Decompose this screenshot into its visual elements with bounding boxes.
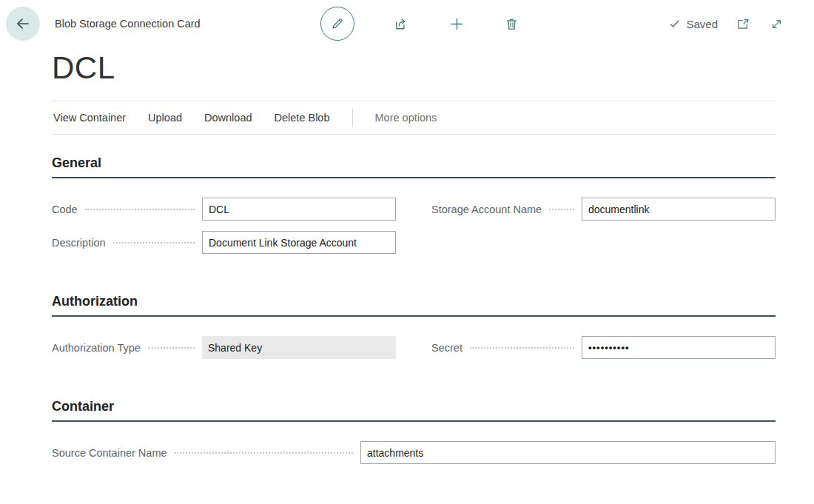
code-label: Code (52, 204, 78, 215)
expand-icon (769, 16, 784, 32)
source-container-name-input[interactable] (360, 441, 776, 464)
field-code: Code (52, 198, 396, 221)
source-container-name-label: Source Container Name (52, 447, 167, 459)
top-bar: Blob Storage Connection Card (0, 0, 814, 47)
action-bar: View Container Upload Download Delete Bl… (52, 101, 776, 135)
code-input[interactable] (202, 198, 396, 221)
section-authorization: Authorization Authorization Type Secret (52, 294, 776, 359)
secret-input[interactable] (582, 336, 776, 359)
save-status-label: Saved (686, 18, 718, 30)
section-general: General Code Description Storage Account… (52, 155, 776, 254)
authorization-type-field (202, 336, 396, 359)
authorization-type-label: Authorization Type (52, 342, 141, 354)
expand-button[interactable] (769, 16, 784, 32)
field-authorization-type: Authorization Type (52, 336, 396, 359)
trash-icon (504, 16, 519, 32)
section-title-container[interactable]: Container (52, 399, 776, 422)
edit-button[interactable] (320, 7, 354, 41)
save-status: Saved (668, 18, 718, 30)
card-content: General Code Description Storage Account… (52, 155, 776, 464)
section-container: Container Source Container Name (52, 399, 776, 464)
dotted-leader (549, 209, 574, 210)
field-source-container-name: Source Container Name (52, 441, 776, 464)
popout-icon (736, 16, 751, 32)
share-icon (393, 16, 410, 33)
header-right-group: Saved (668, 16, 784, 32)
action-delete-blob[interactable]: Delete Blob (275, 112, 330, 124)
share-button[interactable] (393, 16, 410, 33)
section-title-authorization[interactable]: Authorization (52, 294, 776, 317)
arrow-left-icon (14, 15, 32, 33)
secret-label: Secret (431, 342, 462, 354)
delete-button[interactable] (504, 16, 519, 32)
pencil-icon (329, 16, 346, 32)
description-input[interactable] (202, 231, 396, 254)
dotted-leader (113, 242, 195, 243)
storage-account-name-input[interactable] (582, 198, 776, 221)
action-view-container[interactable]: View Container (53, 112, 126, 124)
dotted-leader (175, 452, 353, 454)
section-title-general[interactable]: General (52, 155, 776, 178)
popout-button[interactable] (736, 16, 751, 32)
plus-icon (448, 16, 465, 33)
new-button[interactable] (448, 16, 465, 33)
description-label: Description (52, 237, 106, 249)
dotted-leader (470, 347, 574, 349)
action-bar-divider (352, 109, 353, 127)
action-upload[interactable]: Upload (148, 112, 182, 124)
action-more-options[interactable]: More options (375, 112, 437, 124)
dotted-leader (148, 347, 195, 349)
record-title: DCL (52, 50, 814, 86)
dotted-leader (85, 209, 195, 210)
action-download[interactable]: Download (204, 112, 252, 124)
check-icon (668, 18, 681, 30)
field-secret: Secret (431, 336, 776, 359)
field-storage-account-name: Storage Account Name (431, 198, 776, 221)
field-description: Description (52, 231, 396, 254)
back-button[interactable] (6, 7, 40, 41)
page-caption: Blob Storage Connection Card (55, 18, 201, 30)
header-toolbar (320, 0, 519, 47)
storage-account-name-label: Storage Account Name (431, 204, 542, 215)
